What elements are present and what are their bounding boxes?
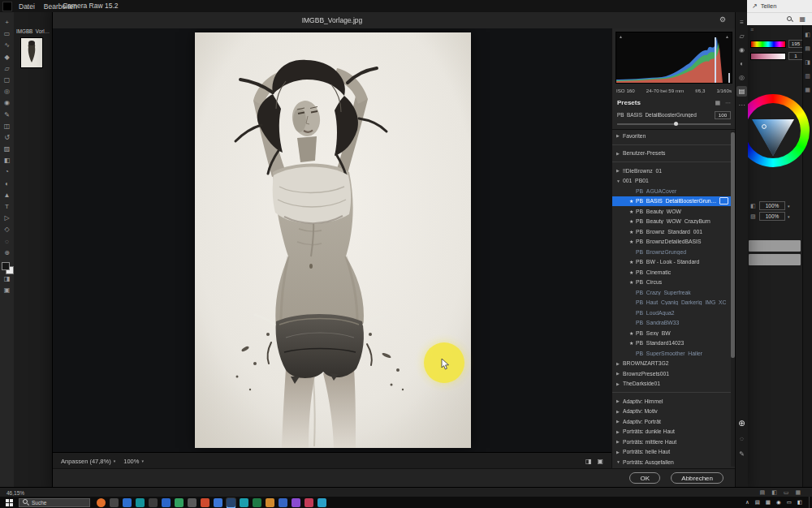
cancel-button[interactable]: Abbrechen <box>671 472 723 484</box>
tray-notification-icon[interactable]: ◧ <box>797 499 802 506</box>
gradient-tool-icon[interactable]: ◧ <box>0 155 14 166</box>
pen-tool-icon[interactable]: ▲ <box>0 190 14 201</box>
preset-pb-brownzdetailedbasis[interactable]: ★PB_BrownzDetailedBASIS <box>612 237 731 248</box>
start-button[interactable] <box>4 497 14 507</box>
new-preset-icon[interactable]: ▦ <box>715 100 720 106</box>
panel-menu-icon[interactable]: ⋯ <box>725 100 731 106</box>
panel-block[interactable] <box>749 254 801 265</box>
taskbar-app-icon-5[interactable] <box>149 498 158 507</box>
taskbar-app-icon-18[interactable] <box>317 498 326 507</box>
chevron-right-icon[interactable]: ▶ <box>616 450 623 454</box>
taskbar-app-icon-1[interactable] <box>97 498 106 507</box>
taskbar-search[interactable] <box>19 498 90 507</box>
zoom-percentage[interactable]: 46,15% <box>6 490 24 496</box>
preset-pb-haut-cyanig-darkerig-img-xc[interactable]: PB_Haut_Cyanig_Darkerig_IMG_XC <box>612 298 731 308</box>
saturation-value[interactable]: 1 <box>788 52 803 60</box>
taskbar-app-icon-7[interactable] <box>175 498 184 507</box>
foreground-color-swatch[interactable] <box>2 262 10 270</box>
search-input[interactable] <box>32 500 80 506</box>
taskbar-app-icon-12[interactable] <box>240 498 248 507</box>
collapsed-panel-icon-3[interactable]: ◨ <box>805 59 810 66</box>
taskbar-app-icon-14[interactable] <box>266 498 274 507</box>
fill-dropdown[interactable]: 100% <box>759 212 785 221</box>
mask-tool-icon[interactable]: ◐ <box>736 58 747 69</box>
preset-group-adaptiv-motiv[interactable]: ▶Adaptiv: Motiv <box>612 407 731 417</box>
tray-chevron-up-icon[interactable]: ∧ <box>745 499 749 506</box>
collapsed-panel-icon-5[interactable]: ▦ <box>805 87 810 93</box>
chevron-right-icon[interactable]: ▶ <box>616 439 623 444</box>
preset-pb-beauty-wow[interactable]: ★PB_Beauty_WOW <box>612 206 731 217</box>
slider-knob[interactable] <box>674 122 678 126</box>
image-thumbnail[interactable] <box>20 37 43 68</box>
taskbar-app-icon-4[interactable] <box>136 498 145 507</box>
preset-group-benutzer-presets[interactable]: ▶Benutzer-Presets <box>612 149 731 159</box>
shape-tool-icon[interactable]: ◇ <box>0 224 14 235</box>
quick-select-tool-icon[interactable]: ◆ <box>0 52 14 63</box>
frame-tool-icon[interactable]: ▢ <box>0 75 14 86</box>
search-icon[interactable] <box>787 16 793 23</box>
healing-tool-icon[interactable]: ◉ <box>0 97 14 109</box>
status-panel-icon-b[interactable]: ◧ <box>771 489 777 496</box>
preset-pb-standard14023[interactable]: ★PB_Standard14023 <box>612 338 731 349</box>
crop-tool-icon[interactable]: ▱ <box>736 31 747 41</box>
taskbar-app-icon-3[interactable] <box>123 498 132 507</box>
zoom-tool-icon[interactable]: ⊕ <box>0 248 14 259</box>
taskbar-app-icon-13[interactable] <box>253 498 261 507</box>
chevron-right-icon[interactable]: ▶ <box>616 429 623 434</box>
taskbar-app-icon-2[interactable] <box>110 498 119 507</box>
color-swatches[interactable] <box>2 262 13 273</box>
preset-pb-sandrabw33[interactable]: PB_SandraBW33 <box>612 318 731 329</box>
preset-group-adaptiv-portr-t[interactable]: ▶Adaptiv: Porträt <box>612 416 731 427</box>
more-options-icon[interactable]: ⋯ <box>736 100 747 110</box>
collapsed-panel-icon-4[interactable]: ▥ <box>805 73 810 80</box>
tray-panel-icon[interactable]: ▤ <box>755 499 760 506</box>
preset-pb-bw-look-standard[interactable]: ★PB_BW - Look - Standard <box>612 257 731 268</box>
chevron-right-icon[interactable]: ▶ <box>616 133 623 138</box>
preset-group-brownzart3g2[interactable]: ▶BROWNZART3G2 <box>612 359 731 369</box>
highlight-clipping-icon[interactable]: ▲ <box>725 34 729 39</box>
chevron-right-icon[interactable]: ▶ <box>616 398 623 403</box>
preset-group-brownzpresets001[interactable]: ▶BrownzPresets001 <box>612 368 731 379</box>
dodge-tool-icon[interactable]: ◐ <box>0 179 14 190</box>
preset-group-thedarkside01[interactable]: ▶TheDarkside01 <box>612 379 731 390</box>
hue-slider[interactable] <box>750 41 786 48</box>
eyedropper-tool-icon[interactable]: ◎ <box>0 86 14 97</box>
hand-tool-icon[interactable]: ◌ <box>736 433 747 444</box>
preset-group-portr-ts-ausgefallen[interactable]: ▼Porträts: Ausgefallen <box>612 457 731 467</box>
preset-group-001-pb01[interactable]: ▼001_PB01 <box>612 176 731 187</box>
heal-tool-icon[interactable]: ◉ <box>736 45 747 55</box>
preset-pb-crazy-superfreak[interactable]: PB_Crazy_Superfreak <box>612 287 731 298</box>
before-after-icon[interactable]: ◨ <box>585 458 592 465</box>
tray-network-icon[interactable]: ▦ <box>766 499 771 506</box>
chevron-right-icon[interactable]: ▶ <box>616 381 623 386</box>
preset-group-adaptiv-himmel[interactable]: ▶Adaptiv: Himmel <box>612 396 731 407</box>
blur-tool-icon[interactable]: ◔ <box>0 166 14 178</box>
taskbar-app-icon-15[interactable] <box>279 498 287 507</box>
active-preset-amount[interactable]: 100 <box>715 111 731 119</box>
chevron-right-icon[interactable]: ▶ <box>616 419 623 424</box>
preset-pb-basis-detailboostergrunged[interactable]: ★PB_BASIS_DetailBoosterGrunged <box>612 196 731 207</box>
hue-value[interactable]: 195 <box>788 40 803 48</box>
chevron-right-icon[interactable]: ▶ <box>616 168 623 173</box>
settings-gear-icon[interactable]: ⚙ <box>719 15 726 24</box>
ok-button[interactable]: OK <box>629 472 660 484</box>
preset-pb-circus[interactable]: ★PB_Circus <box>612 278 731 288</box>
chevron-right-icon[interactable]: ▶ <box>616 151 623 156</box>
preset-pb-beauty-wow-crazyburn[interactable]: ★PB_Beauty_WOW_CrazyBurn <box>612 217 731 227</box>
chevron-right-icon[interactable]: ▶ <box>616 361 623 366</box>
crop-tool-icon[interactable]: ▱ <box>0 63 14 75</box>
collapsed-panel-icon-1[interactable]: ◧ <box>805 32 810 38</box>
eraser-tool-icon[interactable]: ▨ <box>0 144 14 155</box>
taskbar-app-icon-10[interactable] <box>214 498 222 507</box>
show-desktop-button[interactable] <box>809 497 812 508</box>
preset-group-favoriten[interactable]: ▶Favoriten <box>612 131 731 141</box>
status-panel-icon-a[interactable]: ▤ <box>760 489 766 496</box>
preset-pb-brownzgrunged[interactable]: PB_BrownzGrunged <box>612 247 731 257</box>
workspace-switcher-icon[interactable]: ▦ <box>799 15 806 23</box>
menu-datei[interactable]: Datei <box>19 2 35 11</box>
marquee-tool-icon[interactable]: ▭ <box>0 28 14 40</box>
collapsed-panel-icon-2[interactable]: ▤ <box>805 45 810 52</box>
status-panel-icon-d[interactable]: ▦ <box>795 489 801 496</box>
saturation-slider[interactable] <box>750 53 786 60</box>
chevron-right-icon[interactable]: ▶ <box>616 371 623 376</box>
